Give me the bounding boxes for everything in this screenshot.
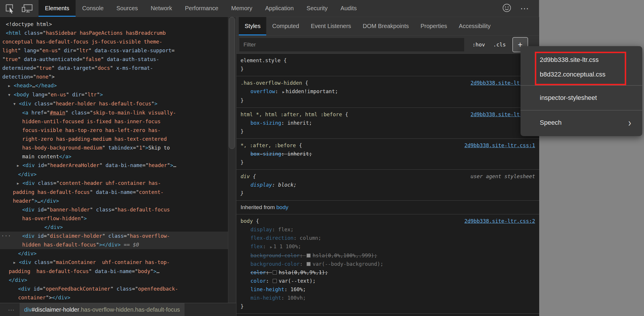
code-line[interactable]: <html class="hasSidebar hasPageActions h… xyxy=(0,29,228,37)
color-swatch[interactable] xyxy=(273,270,277,275)
css-declaration[interactable]: flex-direction: column; xyxy=(241,234,539,242)
device-toolbar-icon[interactable] xyxy=(21,4,33,13)
code-line[interactable]: hidden has-default-focus"></div> == $0 xyxy=(0,240,228,249)
code-line[interactable]: header">…</div> xyxy=(0,197,228,205)
code-line[interactable]: </div> xyxy=(0,249,228,258)
code-line[interactable]: "true" data-authenticated="false" data-a… xyxy=(0,55,228,64)
code-line[interactable]: <div id="openFeedbackContainer" class="o… xyxy=(0,284,228,293)
css-declaration[interactable]: background-color: var(--body-background)… xyxy=(241,260,539,268)
code-line[interactable]: </div> xyxy=(0,276,228,284)
token-tag: </div> xyxy=(18,171,36,177)
code-line[interactable]: ▼<div class="header-holder has-default-f… xyxy=(0,99,228,108)
token-txt: =" xyxy=(33,65,39,71)
inspect-element-icon[interactable] xyxy=(5,3,15,14)
scrollbar-thumb[interactable] xyxy=(229,17,235,149)
css-declaration[interactable]: color: var(--text); xyxy=(241,277,539,285)
menu-item-2d9bb338-site-ltr-css[interactable]: 2d9bb338.site-ltr.css xyxy=(521,53,642,67)
css-declaration[interactable]: background-color: hsla(0,0%,100%,.999); xyxy=(241,251,539,260)
tab-console[interactable]: Console xyxy=(76,0,110,17)
tab-network[interactable]: Network xyxy=(144,0,178,17)
css-declaration[interactable]: overflow: ▶hidden!important; xyxy=(241,87,539,96)
code-line[interactable]: ▶<div class="content-header uhf-containe… xyxy=(0,179,228,188)
menu-item-speech[interactable]: Speech› xyxy=(521,114,642,131)
expand-value-icon[interactable]: ▶ xyxy=(281,90,286,94)
expand-arrow-icon[interactable]: ▶ xyxy=(13,258,19,267)
code-line[interactable]: ···<div id="disclaimer-holder" class="ha… xyxy=(0,232,228,240)
rule-selector[interactable]: element.style xyxy=(241,58,281,63)
stylesheet-source-link[interactable]: 2d9bb338.site-ltr.css:2 xyxy=(464,217,535,225)
code-line[interactable]: container"></div> xyxy=(0,293,228,302)
sidebar-tab-computed[interactable]: Computed xyxy=(266,17,305,35)
tab-sources[interactable]: Sources xyxy=(110,0,144,17)
code-line[interactable]: determined="true" data-target="docs" x-m… xyxy=(0,64,228,72)
expand-value-icon[interactable]: ▶ xyxy=(269,245,273,249)
sidebar-tab-dom-breakpoints[interactable]: DOM Breakpoints xyxy=(357,17,415,35)
sidebar-tab-accessibility[interactable]: Accessibility xyxy=(453,17,497,35)
tab-memory[interactable]: Memory xyxy=(225,0,259,17)
code-line[interactable]: </div> xyxy=(0,170,228,179)
elements-scrollbar[interactable] xyxy=(228,17,236,303)
stylesheet-source-link[interactable]: 2d9bb338.site-ltr.css:1 xyxy=(464,141,535,150)
sidebar-tab-styles[interactable]: Styles xyxy=(239,17,266,35)
expand-arrow-icon[interactable]: ▼ xyxy=(13,100,19,108)
expand-arrow-icon[interactable]: ▶ xyxy=(8,81,14,90)
hov-toggle[interactable]: :hov xyxy=(472,41,485,48)
sidebar-tab-properties[interactable]: Properties xyxy=(415,17,453,35)
code-line[interactable]: ▶<head>…</head> xyxy=(0,81,228,90)
cls-toggle[interactable]: .cls xyxy=(493,41,506,48)
css-declaration[interactable]: box-sizing: inherit; xyxy=(241,150,539,158)
breadcrumb-overflow-icon[interactable]: ... xyxy=(0,305,20,314)
code-line[interactable]: has-body-background-medium" tabindex="1"… xyxy=(0,143,228,152)
code-line[interactable]: ▼<body lang="en-us" dir="ltr"> xyxy=(0,90,228,99)
rule-selector[interactable]: body xyxy=(241,218,253,224)
css-declaration[interactable]: flex: ▶1 1 100%; xyxy=(241,242,539,251)
code-line[interactable]: ▶<div id="headerAreaHolder" data-bi-name… xyxy=(0,161,228,170)
code-line[interactable]: padding has-default-focus" data-bi-name=… xyxy=(0,267,228,276)
css-declaration[interactable]: display: block; xyxy=(241,181,539,189)
feedback-smiley-icon[interactable] xyxy=(502,3,511,14)
rule-selector[interactable]: .has-overflow-hidden xyxy=(241,80,302,86)
tab-audits[interactable]: Audits xyxy=(334,0,363,17)
menu-item-b8d322-conceptual-css[interactable]: b8d322.conceptual.css xyxy=(521,67,642,82)
styles-filter-input[interactable] xyxy=(239,38,464,51)
inherited-target-link[interactable]: body xyxy=(276,204,288,210)
menu-item-inspector-stylesheet[interactable]: inspector-stylesheet xyxy=(521,89,642,107)
tab-application[interactable]: Application xyxy=(259,0,300,17)
code-line[interactable]: light" lang="en-us" dir="ltr" data-css-v… xyxy=(0,46,228,55)
sidebar-tab-event-listeners[interactable]: Event Listeners xyxy=(305,17,357,35)
css-declaration[interactable]: line-height: 160%; xyxy=(241,285,539,294)
row-more-icon[interactable]: ··· xyxy=(1,232,11,240)
code-line[interactable]: <!doctype html> xyxy=(0,20,228,29)
css-declaration[interactable]: color: hsla(0,0%,9%,1); xyxy=(241,268,539,277)
property-name: min-height xyxy=(250,295,281,301)
tab-security[interactable]: Security xyxy=(300,0,334,17)
code-line[interactable]: ▶<div class="mainContainer uhf-container… xyxy=(0,258,228,267)
code-line[interactable]: conceptual has-default-focus js-focus-vi… xyxy=(0,37,228,46)
code-line[interactable]: focus-visible has-top-zero has-left-zero… xyxy=(0,126,228,135)
code-line[interactable]: main content</a> xyxy=(0,152,228,161)
rule-selector[interactable]: html *, html :after, html :before xyxy=(241,112,342,117)
tab-elements[interactable]: Elements xyxy=(39,0,76,17)
tab-performance[interactable]: Performance xyxy=(179,0,225,17)
code-line[interactable]: hidden-until-focused is-fixed has-inner-… xyxy=(0,117,228,126)
code-line[interactable]: has-overflow-hidden"> xyxy=(0,214,228,223)
css-declaration[interactable]: display: flex; xyxy=(241,225,539,234)
code-line[interactable]: </div> xyxy=(0,223,228,232)
expand-arrow-icon[interactable]: ▼ xyxy=(8,91,14,99)
css-declaration[interactable]: min-height: 100vh; xyxy=(241,294,539,302)
code-line[interactable]: <a href="#main" class="skip-to-main-link… xyxy=(0,108,228,117)
expand-arrow-icon[interactable]: ▶ xyxy=(17,179,22,188)
code-line[interactable]: <div id="banner-holder" class="has-defau… xyxy=(0,205,228,214)
css-declaration[interactable]: box-sizing: inherit; xyxy=(241,119,539,127)
code-line[interactable]: padding has-default-focus" data-bi-name=… xyxy=(0,188,228,197)
color-swatch[interactable] xyxy=(307,262,311,266)
breadcrumb[interactable]: div#disclaimer-holder.has-overflow-hidde… xyxy=(20,303,185,316)
code-line[interactable]: right-zero has-padding-medium has-text-c… xyxy=(0,135,228,143)
expand-arrow-icon[interactable]: ▶ xyxy=(17,161,22,170)
color-swatch[interactable] xyxy=(307,254,311,258)
rule-selector[interactable]: *, :after, :before xyxy=(241,143,296,148)
rule-selector[interactable]: div xyxy=(241,173,250,179)
color-swatch[interactable] xyxy=(273,279,277,283)
code-line[interactable]: detection="none"> xyxy=(0,72,228,81)
more-options-icon[interactable]: ⋯ xyxy=(520,3,529,13)
